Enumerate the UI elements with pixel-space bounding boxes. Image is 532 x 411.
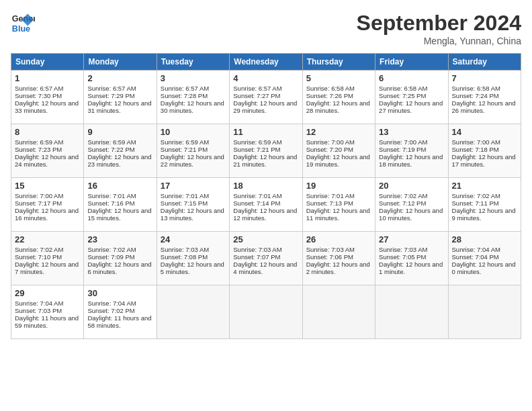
page-header: General Blue September 2024 Mengla, Yunn… bbox=[11, 11, 521, 46]
col-thursday: Thursday bbox=[302, 54, 375, 71]
daylight-label: Daylight: 12 hours and 27 minutes. bbox=[379, 99, 443, 114]
sunset-label: Sunset: 7:07 PM bbox=[233, 253, 280, 261]
title-block: September 2024 Mengla, Yunnan, China bbox=[357, 11, 521, 46]
calendar-cell: 24 Sunrise: 7:03 AM Sunset: 7:08 PM Dayl… bbox=[157, 232, 229, 285]
day-number: 30 bbox=[87, 288, 152, 298]
sunset-label: Sunset: 7:09 PM bbox=[87, 253, 134, 261]
sunrise-label: Sunrise: 6:59 AM bbox=[87, 138, 136, 146]
day-number: 4 bbox=[233, 73, 298, 83]
calendar-cell: 11 Sunrise: 6:59 AM Sunset: 7:21 PM Dayl… bbox=[230, 124, 302, 178]
daylight-label: Daylight: 12 hours and 29 minutes. bbox=[233, 99, 297, 114]
col-monday: Monday bbox=[84, 54, 157, 71]
sunset-label: Sunset: 7:17 PM bbox=[15, 199, 62, 207]
daylight-label: Daylight: 12 hours and 26 minutes. bbox=[452, 99, 516, 114]
sunrise-label: Sunrise: 7:00 AM bbox=[306, 138, 355, 146]
day-number: 21 bbox=[452, 181, 517, 191]
daylight-label: Daylight: 12 hours and 21 minutes. bbox=[233, 153, 297, 168]
day-number: 11 bbox=[233, 127, 298, 137]
calendar-cell: 20 Sunrise: 7:02 AM Sunset: 7:12 PM Dayl… bbox=[375, 178, 448, 232]
day-number: 12 bbox=[306, 127, 371, 137]
day-number: 28 bbox=[452, 234, 517, 244]
daylight-label: Daylight: 12 hours and 5 minutes. bbox=[161, 261, 224, 275]
calendar-cell: 18 Sunrise: 7:01 AM Sunset: 7:14 PM Dayl… bbox=[230, 178, 302, 232]
month-title: September 2024 bbox=[357, 11, 521, 36]
daylight-label: Daylight: 12 hours and 19 minutes. bbox=[306, 153, 370, 168]
calendar-cell: 1 Sunrise: 6:57 AM Sunset: 7:30 PM Dayli… bbox=[11, 71, 84, 124]
calendar-cell: 3 Sunrise: 6:57 AM Sunset: 7:28 PM Dayli… bbox=[157, 71, 229, 124]
calendar-cell: 30 Sunrise: 7:04 AM Sunset: 7:02 PM Dayl… bbox=[84, 285, 157, 339]
day-number: 7 bbox=[452, 73, 517, 83]
sunset-label: Sunset: 7:18 PM bbox=[452, 146, 499, 153]
sunset-label: Sunset: 7:05 PM bbox=[379, 253, 426, 261]
sunrise-label: Sunrise: 7:01 AM bbox=[233, 192, 281, 199]
daylight-label: Daylight: 11 hours and 59 minutes. bbox=[15, 314, 79, 329]
calendar-cell: 2 Sunrise: 6:57 AM Sunset: 7:29 PM Dayli… bbox=[84, 71, 157, 124]
calendar-cell: 25 Sunrise: 7:03 AM Sunset: 7:07 PM Dayl… bbox=[230, 232, 302, 285]
day-number: 17 bbox=[161, 181, 226, 191]
calendar-cell: 28 Sunrise: 7:04 AM Sunset: 7:04 PM Dayl… bbox=[448, 232, 521, 285]
calendar-cell: 14 Sunrise: 7:00 AM Sunset: 7:18 PM Dayl… bbox=[448, 124, 521, 178]
daylight-label: Daylight: 12 hours and 28 minutes. bbox=[306, 99, 370, 114]
logo: General Blue bbox=[11, 11, 35, 35]
day-number: 25 bbox=[233, 234, 298, 244]
day-number: 23 bbox=[87, 234, 152, 244]
sunset-label: Sunset: 7:02 PM bbox=[87, 307, 134, 314]
daylight-label: Daylight: 12 hours and 12 minutes. bbox=[233, 207, 297, 222]
sunset-label: Sunset: 7:11 PM bbox=[452, 199, 499, 207]
daylight-label: Daylight: 12 hours and 17 minutes. bbox=[452, 153, 516, 168]
daylight-label: Daylight: 12 hours and 33 minutes. bbox=[15, 99, 79, 114]
calendar-cell: 29 Sunrise: 7:04 AM Sunset: 7:03 PM Dayl… bbox=[11, 285, 84, 339]
location: Mengla, Yunnan, China bbox=[357, 36, 521, 46]
daylight-label: Daylight: 12 hours and 18 minutes. bbox=[379, 153, 443, 168]
day-number: 19 bbox=[306, 181, 371, 191]
calendar-cell: 26 Sunrise: 7:03 AM Sunset: 7:06 PM Dayl… bbox=[302, 232, 375, 285]
sunrise-label: Sunrise: 7:02 AM bbox=[452, 192, 500, 199]
sunset-label: Sunset: 7:22 PM bbox=[87, 146, 134, 153]
daylight-label: Daylight: 12 hours and 23 minutes. bbox=[87, 153, 151, 168]
sunrise-label: Sunrise: 7:00 AM bbox=[452, 138, 500, 146]
sunset-label: Sunset: 7:30 PM bbox=[15, 92, 62, 99]
day-number: 1 bbox=[15, 73, 80, 83]
sunset-label: Sunset: 7:13 PM bbox=[306, 199, 353, 207]
col-sunday: Sunday bbox=[11, 54, 84, 71]
calendar-cell: 10 Sunrise: 6:59 AM Sunset: 7:21 PM Dayl… bbox=[157, 124, 229, 178]
daylight-label: Daylight: 12 hours and 7 minutes. bbox=[15, 261, 79, 275]
calendar-cell bbox=[230, 285, 302, 339]
calendar-cell bbox=[448, 285, 521, 339]
sunset-label: Sunset: 7:15 PM bbox=[161, 199, 208, 207]
sunrise-label: Sunrise: 7:04 AM bbox=[452, 246, 500, 253]
week-row: 29 Sunrise: 7:04 AM Sunset: 7:03 PM Dayl… bbox=[11, 285, 521, 339]
calendar-cell bbox=[157, 285, 229, 339]
daylight-label: Daylight: 12 hours and 2 minutes. bbox=[306, 261, 370, 275]
daylight-label: Daylight: 12 hours and 4 minutes. bbox=[233, 261, 297, 275]
sunrise-label: Sunrise: 7:01 AM bbox=[306, 192, 355, 199]
calendar-cell: 15 Sunrise: 7:00 AM Sunset: 7:17 PM Dayl… bbox=[11, 178, 84, 232]
week-row: 1 Sunrise: 6:57 AM Sunset: 7:30 PM Dayli… bbox=[11, 71, 521, 124]
sunrise-label: Sunrise: 6:57 AM bbox=[161, 85, 209, 92]
calendar-table: Sunday Monday Tuesday Wednesday Thursday… bbox=[11, 53, 521, 339]
sunset-label: Sunset: 7:25 PM bbox=[379, 92, 426, 99]
day-number: 10 bbox=[161, 127, 226, 137]
sunset-label: Sunset: 7:29 PM bbox=[87, 92, 134, 99]
calendar-cell: 12 Sunrise: 7:00 AM Sunset: 7:20 PM Dayl… bbox=[302, 124, 375, 178]
logo-icon: General Blue bbox=[11, 11, 35, 35]
col-wednesday: Wednesday bbox=[230, 54, 302, 71]
day-number: 24 bbox=[161, 234, 226, 244]
calendar-cell bbox=[375, 285, 448, 339]
sunset-label: Sunset: 7:16 PM bbox=[87, 199, 134, 207]
week-row: 8 Sunrise: 6:59 AM Sunset: 7:23 PM Dayli… bbox=[11, 124, 521, 178]
sunrise-label: Sunrise: 6:58 AM bbox=[379, 85, 427, 92]
sunrise-label: Sunrise: 7:02 AM bbox=[15, 246, 63, 253]
day-number: 18 bbox=[233, 181, 298, 191]
daylight-label: Daylight: 12 hours and 15 minutes. bbox=[87, 207, 151, 222]
day-number: 9 bbox=[87, 127, 152, 137]
sunrise-label: Sunrise: 7:00 AM bbox=[379, 138, 427, 146]
calendar-cell: 21 Sunrise: 7:02 AM Sunset: 7:11 PM Dayl… bbox=[448, 178, 521, 232]
day-number: 6 bbox=[379, 73, 444, 83]
sunrise-label: Sunrise: 6:57 AM bbox=[87, 85, 136, 92]
daylight-label: Daylight: 12 hours and 6 minutes. bbox=[87, 261, 151, 275]
sunset-label: Sunset: 7:21 PM bbox=[233, 146, 280, 153]
sunrise-label: Sunrise: 7:02 AM bbox=[379, 192, 427, 199]
sunset-label: Sunset: 7:28 PM bbox=[161, 92, 208, 99]
day-number: 29 bbox=[15, 288, 80, 298]
